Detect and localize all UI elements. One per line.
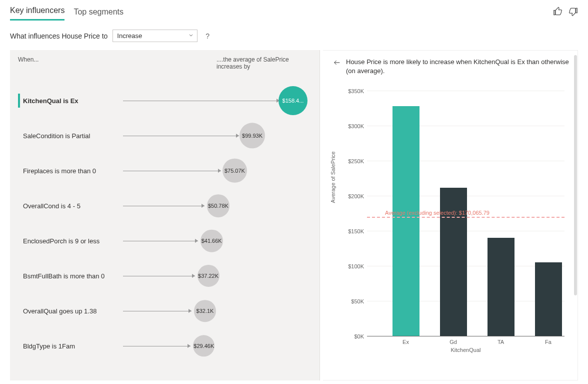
influencer-label: KitchenQual is Ex <box>23 97 123 105</box>
bar-chart: Average of SalePrice $0K$50K$100K$150K$2… <box>339 91 570 361</box>
connector-line <box>123 171 221 171</box>
gridline: $0K <box>367 336 564 336</box>
selection-accent <box>18 199 20 213</box>
bar[interactable] <box>488 238 514 336</box>
influencer-bubble: $75.07K <box>222 159 246 183</box>
content-panels: When... ....the average of SalePrice inc… <box>10 50 578 380</box>
connector-line <box>123 311 192 311</box>
y-tick-label: $50K <box>351 298 367 304</box>
influencer-line: $158.4... <box>123 87 312 115</box>
result-header: ....the average of SalePrice increases b… <box>216 56 312 70</box>
connector-line <box>123 276 195 276</box>
selection-accent <box>18 129 20 143</box>
influencers-list-panel: When... ....the average of SalePrice inc… <box>10 50 320 380</box>
y-tick-label: $0K <box>354 333 367 339</box>
influencer-rows: KitchenQual is Ex$158.4...SaleCondition … <box>18 83 312 363</box>
influencer-row[interactable]: BsmtFullBath is more than 0$37.22K <box>18 258 312 293</box>
arrow-icon <box>202 204 204 208</box>
influencer-bubble: $158.4... <box>278 86 308 115</box>
selection-accent <box>18 269 20 283</box>
arrow-icon <box>188 309 192 313</box>
y-tick-label: $150K <box>348 228 367 234</box>
influencer-line: $37.22K <box>123 262 312 290</box>
influencer-row[interactable]: EnclosedPorch is 9 or less$41.66K <box>18 223 312 258</box>
influencer-label: SaleCondition is Partial <box>23 132 123 140</box>
tab-key-influencers[interactable]: Key influencers <box>10 4 64 21</box>
thumbs-up-icon[interactable] <box>553 7 563 18</box>
x-tick-label: Fa <box>535 339 562 345</box>
influencer-bubble: $99.93K <box>240 123 265 148</box>
arrow-icon <box>195 239 198 243</box>
direction-dropdown[interactable]: Increase <box>112 30 198 42</box>
chart-panel: House Price is more likely to increase w… <box>323 50 578 380</box>
selection-accent <box>18 339 20 353</box>
list-headers: When... ....the average of SalePrice inc… <box>18 56 312 70</box>
y-tick-label: $100K <box>348 263 367 269</box>
vertical-scrollbar[interactable] <box>574 55 577 295</box>
influencer-row[interactable]: OverallCond is 4 - 5$50.78K <box>18 188 312 223</box>
reference-line: Average (excluding selected): $170,065.7… <box>367 217 564 218</box>
key-influencers-visual: Key influencers Top segments What influe… <box>0 0 588 380</box>
selection-accent <box>18 304 20 318</box>
influencer-row[interactable]: BldgType is 1Fam$29.46K <box>18 328 312 363</box>
influencer-line: $99.93K <box>123 122 312 150</box>
connector-line <box>123 206 204 206</box>
y-axis-label: Average of SalePrice <box>330 152 336 203</box>
influencer-bubble: $32.1K <box>194 300 216 322</box>
influencer-line: $29.46K <box>123 332 312 360</box>
y-tick-label: $300K <box>348 123 367 129</box>
plot-area: $0K$50K$100K$150K$200K$250K$300K$350KExG… <box>367 91 564 336</box>
influencer-row[interactable]: SaleCondition is Partial$99.93K <box>18 118 312 153</box>
bar[interactable] <box>392 106 420 336</box>
selection-accent <box>18 164 20 178</box>
influencer-line: $41.66K <box>123 227 312 255</box>
influencer-label: OverallCond is 4 - 5 <box>23 202 123 210</box>
x-axis-label: KitchenQual <box>367 347 564 353</box>
arrow-icon <box>188 344 190 348</box>
feedback-buttons <box>553 7 578 18</box>
header-row: Key influencers Top segments <box>10 4 578 21</box>
bar[interactable] <box>535 262 562 336</box>
y-tick-label: $250K <box>348 158 367 164</box>
influencer-bubble: $37.22K <box>198 265 220 287</box>
connector-line <box>123 101 280 101</box>
chart-title: House Price is more likely to increase w… <box>346 58 570 76</box>
influencer-row[interactable]: KitchenQual is Ex$158.4... <box>18 83 312 118</box>
influencer-label: EnclosedPorch is 9 or less <box>23 237 123 245</box>
x-tick-label: Gd <box>440 339 467 345</box>
reference-line-label: Average (excluding selected): $170,065.7… <box>385 210 490 216</box>
connector-line <box>123 346 190 346</box>
back-arrow-icon[interactable] <box>333 58 341 76</box>
direction-value: Increase <box>117 32 142 40</box>
question-prefix: What influences House Price to <box>10 32 108 40</box>
thumbs-down-icon[interactable] <box>568 7 578 18</box>
influencer-line: $32.1K <box>123 297 312 325</box>
influencer-row[interactable]: Fireplaces is more than 0$75.07K <box>18 153 312 188</box>
chart-header: House Price is more likely to increase w… <box>333 58 570 76</box>
influencer-line: $75.07K <box>123 157 312 185</box>
y-tick-label: $200K <box>348 193 367 199</box>
influencer-label: OverallQual goes up 1.38 <box>23 307 123 315</box>
when-header: When... <box>18 56 38 70</box>
x-tick-label: Ex <box>392 339 420 345</box>
influencer-line: $50.78K <box>123 192 312 220</box>
y-tick-label: $350K <box>348 88 367 94</box>
connector-line <box>123 241 198 241</box>
gridline: $350K <box>367 91 564 91</box>
question-row: What influences House Price to Increase … <box>10 30 578 42</box>
influencer-label: BldgType is 1Fam <box>23 342 123 350</box>
chevron-down-icon <box>188 32 194 40</box>
arrow-icon <box>236 134 239 138</box>
selection-accent <box>18 234 20 248</box>
influencer-bubble: $41.66K <box>200 230 223 252</box>
influencer-bubble: $29.46K <box>193 335 214 356</box>
help-icon[interactable]: ? <box>206 32 210 40</box>
influencer-label: Fireplaces is more than 0 <box>23 167 123 175</box>
influencer-label: BsmtFullBath is more than 0 <box>23 272 123 280</box>
influencer-row[interactable]: OverallQual goes up 1.38$32.1K <box>18 293 312 328</box>
arrow-icon <box>192 274 195 278</box>
x-tick-label: TA <box>488 339 514 345</box>
arrow-icon <box>218 169 221 173</box>
connector-line <box>123 136 239 136</box>
tab-top-segments[interactable]: Top segments <box>74 6 124 21</box>
